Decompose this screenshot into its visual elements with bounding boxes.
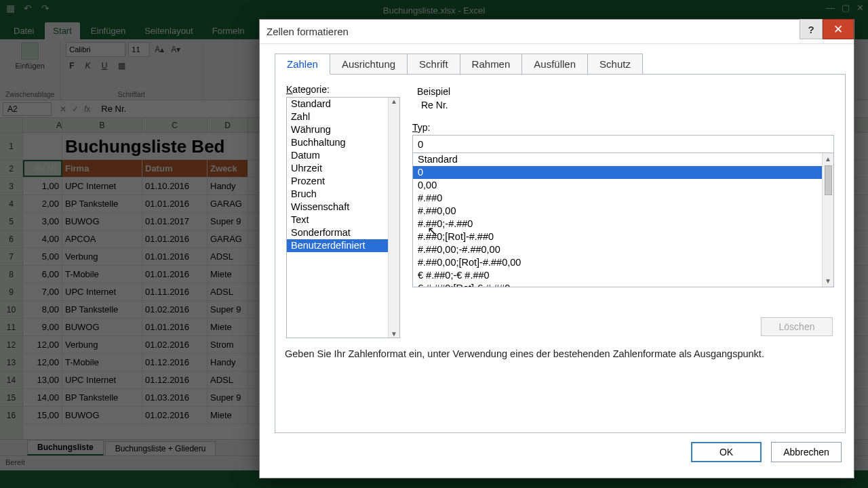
beispiel-value: Re Nr. bbox=[417, 100, 833, 110]
list-item[interactable]: Wissenschaft bbox=[287, 201, 399, 214]
beispiel-label: Beispiel bbox=[417, 86, 833, 97]
list-item[interactable]: Prozent bbox=[287, 175, 399, 188]
close-button[interactable]: ✕ bbox=[823, 19, 854, 39]
scrollbar[interactable]: ▲▼ bbox=[388, 98, 399, 338]
list-item[interactable]: Standard bbox=[287, 98, 399, 110]
dialog-tabs: Zahlen Ausrichtung Schrift Rahmen Ausfül… bbox=[275, 54, 854, 75]
list-item[interactable]: #.##0;-#.##0 bbox=[413, 218, 833, 230]
list-item[interactable]: Währung bbox=[287, 123, 399, 136]
tab-schrift[interactable]: Schrift bbox=[407, 54, 460, 75]
list-item[interactable]: Benutzerdefiniert bbox=[287, 239, 399, 252]
list-item[interactable]: #.##0,00;[Rot]-#.##0,00 bbox=[413, 256, 833, 269]
tab-schutz[interactable]: Schutz bbox=[587, 54, 643, 75]
typ-input[interactable] bbox=[412, 135, 834, 153]
kategorie-listbox[interactable]: StandardZahlWährungBuchhaltungDatumUhrze… bbox=[286, 97, 400, 338]
list-item[interactable]: 0,00 bbox=[413, 179, 833, 192]
tab-zahlen[interactable]: Zahlen bbox=[275, 54, 330, 75]
list-item[interactable]: Sonderformat bbox=[287, 226, 399, 239]
dialog-title: Zellen formatieren bbox=[267, 26, 349, 37]
tab-ausfuellen[interactable]: Ausfüllen bbox=[521, 54, 588, 75]
typ-label: Typ: bbox=[412, 122, 834, 133]
loeschen-button[interactable]: Löschen bbox=[761, 317, 833, 336]
list-item[interactable]: € #.##0;[Rot]-€ #.##0 bbox=[413, 282, 833, 287]
list-item[interactable]: Standard bbox=[413, 153, 833, 166]
list-item[interactable]: Zahl bbox=[287, 110, 399, 123]
list-item[interactable]: #.##0,00 bbox=[413, 205, 833, 218]
hint-text: Geben Sie Ihr Zahlenformat ein, unter Ve… bbox=[285, 348, 835, 359]
cancel-button[interactable]: Abbrechen bbox=[771, 442, 842, 462]
list-item[interactable]: #.##0 bbox=[413, 192, 833, 205]
scroll-thumb[interactable] bbox=[825, 165, 832, 195]
list-item[interactable]: Uhrzeit bbox=[287, 162, 399, 175]
beispiel-box: Beispiel Re Nr. bbox=[412, 84, 834, 115]
list-item[interactable]: 0 bbox=[413, 166, 833, 179]
dialog-body: Kategorie: StandardZahlWährungBuchhaltun… bbox=[275, 74, 846, 433]
ok-button[interactable]: OK bbox=[691, 442, 762, 462]
tab-rahmen[interactable]: Rahmen bbox=[460, 54, 523, 75]
list-item[interactable]: € #.##0;-€ #.##0 bbox=[413, 269, 833, 282]
list-item[interactable]: Buchhaltung bbox=[287, 136, 399, 149]
scrollbar[interactable]: ▲ ▼ bbox=[822, 153, 833, 287]
kategorie-label: Kategorie: bbox=[286, 84, 400, 95]
typ-listbox[interactable]: Standard00,00#.##0#.##0,00#.##0;-#.##0#.… bbox=[412, 153, 834, 287]
help-button[interactable]: ? bbox=[800, 19, 823, 39]
tab-ausrichtung[interactable]: Ausrichtung bbox=[330, 54, 408, 75]
list-item[interactable]: Bruch bbox=[287, 188, 399, 201]
list-item[interactable]: #.##0,00;-#.##0,00 bbox=[413, 243, 833, 256]
dialog-titlebar[interactable]: Zellen formatieren ? ✕ bbox=[260, 20, 854, 44]
format-cells-dialog: Zellen formatieren ? ✕ Zahlen Ausrichtun… bbox=[259, 19, 854, 479]
list-item[interactable]: Text bbox=[287, 214, 399, 226]
list-item[interactable]: #.##0;[Rot]-#.##0 bbox=[413, 230, 833, 243]
list-item[interactable]: Datum bbox=[287, 149, 399, 162]
